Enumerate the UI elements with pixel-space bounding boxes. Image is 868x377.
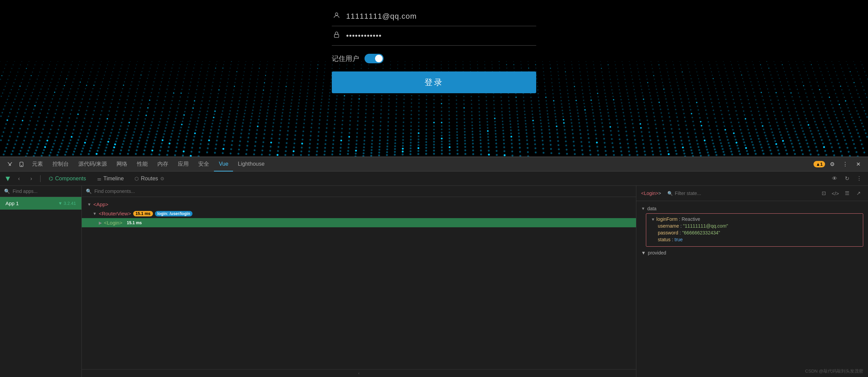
- password-prop: password: [658, 230, 678, 235]
- warning-badge: ▲1: [813, 161, 825, 167]
- component-tree: ▼ <App> ▼ <RouterView> 15.1 ms login: /u…: [82, 197, 636, 369]
- vue-tab-components[interactable]: ⌬ Components: [45, 174, 90, 183]
- provided-label: provided: [648, 250, 666, 256]
- tab-elements[interactable]: 元素: [27, 157, 48, 171]
- component-search-input[interactable]: [94, 188, 632, 194]
- separator: [40, 175, 41, 182]
- arrow-routerview: ▼: [93, 211, 97, 216]
- svg-rect-1: [335, 34, 339, 37]
- back-button[interactable]: ‹: [14, 174, 24, 183]
- tab-memory[interactable]: 内存: [153, 157, 173, 171]
- password-field: password : "6666662332434": [658, 230, 858, 235]
- routes-icon: ⬡: [135, 176, 139, 181]
- app-version: ▼ 3.2.41: [58, 201, 76, 206]
- state-body: ▼ data ▼ loginForm : Reactive: [636, 201, 868, 377]
- tab-lighthouse[interactable]: Lighthouse: [233, 157, 269, 171]
- status-prop: status: [658, 237, 670, 242]
- routes-label: Routes: [141, 176, 158, 182]
- apps-search-input[interactable]: [13, 188, 77, 194]
- vue-tab-timeline[interactable]: ⚌ Timeline: [93, 174, 128, 183]
- login-button[interactable]: 登录: [332, 71, 536, 93]
- tree-item-app[interactable]: ▼ <App>: [82, 200, 636, 209]
- vue-toolbar-right: 👁 ↻ ⋮: [830, 174, 864, 183]
- more-icon[interactable]: ⋮: [839, 159, 851, 170]
- refresh-icon[interactable]: ↻: [842, 174, 852, 183]
- username-prop: username: [658, 223, 679, 229]
- routes-settings-icon: ⚙: [160, 176, 165, 181]
- devtools-panel: 元素 控制台 源代码/来源 网络 性能 内存 应用 安全 Vue Lightho…: [0, 157, 868, 377]
- email-input[interactable]: 11111111@qq.com: [346, 12, 536, 21]
- login-form: 11111111@qq.com ············ 记住用户 登录: [332, 7, 536, 93]
- timeline-icon: ⚌: [97, 176, 102, 181]
- devtools-topbar: 元素 控制台 源代码/来源 网络 性能 内存 应用 安全 Vue Lightho…: [0, 157, 868, 171]
- external-link-icon[interactable]: ↗: [854, 188, 863, 198]
- badge-routerview-route: login: /user/login: [155, 211, 193, 216]
- tree-item-routerview[interactable]: ▼ <RouterView> 15.1 ms login: /user/logi…: [82, 209, 636, 218]
- vue-logo: ▼: [4, 174, 12, 183]
- tab-application[interactable]: 应用: [173, 157, 193, 171]
- status-value: true: [675, 237, 683, 242]
- search-icon: 🔍: [4, 188, 10, 194]
- vue-tab-routes[interactable]: ⬡ Routes ⚙: [130, 174, 169, 183]
- comp-name-routerview: <RouterView>: [99, 211, 131, 216]
- device-icon[interactable]: [16, 159, 27, 170]
- password-input[interactable]: ············: [346, 31, 536, 40]
- tab-security[interactable]: 安全: [193, 157, 214, 171]
- tab-sources[interactable]: 源代码/来源: [74, 157, 112, 171]
- state-filter-input[interactable]: [675, 191, 734, 196]
- state-filter-bar: 🔍: [667, 191, 734, 196]
- components-icon: ⌬: [49, 176, 53, 182]
- code-icon[interactable]: </>: [831, 188, 840, 198]
- watermark: CSDN @敲代码敲到头发茂密: [805, 368, 863, 374]
- tab-performance[interactable]: 性能: [132, 157, 153, 171]
- screenshot-icon[interactable]: ⊡: [819, 188, 828, 198]
- data-arrow: ▼: [641, 206, 645, 211]
- close-icon[interactable]: ✕: [852, 159, 864, 170]
- username-value: "11111111@qq.com": [683, 223, 728, 229]
- app-name: App 1: [5, 200, 55, 206]
- list-icon[interactable]: ☰: [842, 188, 852, 198]
- left-panel: 🔍 App 1 ▼ 3.2.41: [0, 186, 82, 377]
- data-section-header[interactable]: ▼ data: [641, 206, 863, 211]
- inspect-icon[interactable]: [4, 159, 16, 170]
- middle-panel: 🔍 ▼ <App> ▼ <RouterView> 15.1 ms login: …: [82, 186, 636, 377]
- tab-network[interactable]: 网络: [112, 157, 132, 171]
- badge-routerview-time: 15.1 ms: [133, 211, 153, 216]
- badge-login-time: 15.1 ms: [124, 220, 144, 226]
- apps-search-bar: 🔍: [0, 186, 81, 197]
- state-header: <Login>> 🔍 ⊡ </> ☰ ↗: [636, 186, 868, 201]
- password-row: ············: [332, 26, 536, 46]
- forward-button[interactable]: ›: [27, 174, 36, 183]
- arrow-login: ▶: [99, 220, 102, 225]
- toggle-knob: [375, 55, 383, 62]
- provided-section[interactable]: ▼ provided: [636, 248, 868, 258]
- state-section-data: ▼ data ▼ loginForm : Reactive: [636, 204, 868, 248]
- email-row: 11111111@qq.com: [332, 7, 536, 26]
- tree-item-login[interactable]: ▶ <Login> 15.1 ms: [82, 218, 636, 227]
- svg-point-3: [21, 165, 21, 166]
- remember-label: 记住用户: [332, 54, 359, 63]
- components-label: Components: [55, 176, 86, 182]
- timeline-label: Timeline: [104, 176, 124, 182]
- collapse-panel-btn[interactable]: ‹: [82, 369, 636, 377]
- eye-icon[interactable]: 👁: [830, 174, 839, 183]
- login-page: 11111111@qq.com ············ 记住用户 登录: [0, 0, 868, 157]
- status-field: status : true: [658, 237, 858, 242]
- loginform-header: ▼ loginForm : Reactive: [651, 216, 858, 222]
- loginform-prop: loginForm: [656, 216, 678, 222]
- remember-row: 记住用户: [332, 54, 536, 63]
- password-value: "6666662332434": [682, 230, 720, 235]
- settings-icon[interactable]: ⚙: [826, 159, 838, 170]
- state-filter-icon: 🔍: [667, 191, 673, 196]
- svg-point-0: [335, 13, 338, 15]
- component-search-bar: 🔍: [82, 186, 636, 197]
- password-colon: :: [680, 230, 682, 235]
- app-item[interactable]: App 1 ▼ 3.2.41: [0, 197, 81, 210]
- remember-toggle[interactable]: [365, 54, 384, 63]
- login-form-reactive-box: ▼ loginForm : Reactive username : "11111…: [646, 213, 863, 247]
- more-vert-icon[interactable]: ⋮: [854, 174, 864, 183]
- tab-vue[interactable]: Vue: [214, 157, 233, 171]
- tab-console[interactable]: 控制台: [48, 157, 74, 171]
- loginform-arrow[interactable]: ▼: [651, 217, 655, 222]
- user-icon: [332, 12, 341, 21]
